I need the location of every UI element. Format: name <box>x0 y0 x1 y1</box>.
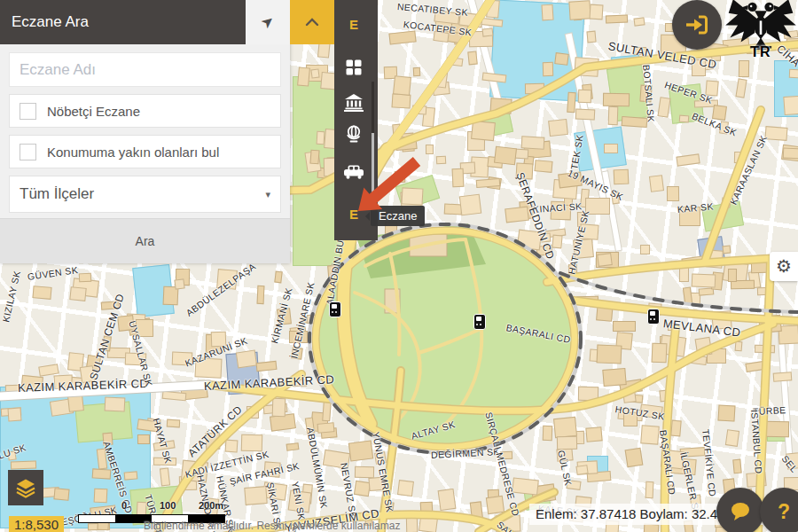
toolbar-item-categories[interactable] <box>334 59 373 80</box>
globe-icon <box>345 124 363 144</box>
map-disclaimer: Bilgilendirme amaçlıdır. Resmi işlemlerd… <box>144 520 400 532</box>
navigation-arrow-icon: ➤ <box>248 1 286 43</box>
layers-button[interactable] <box>8 470 43 505</box>
toolbar-scrollbar-thumb[interactable] <box>372 133 374 201</box>
pharmacy-name-input[interactable] <box>9 52 281 87</box>
chat-bubble-icon <box>729 501 752 522</box>
search-button[interactable]: Ara <box>0 218 290 263</box>
tram-station-icon <box>473 314 486 330</box>
gear-icon: ⚙ <box>776 256 792 276</box>
scale-ratio-label: 1:8,530 <box>9 516 64 532</box>
toolbar-item-city-guide[interactable] <box>334 124 373 147</box>
settings-button[interactable]: ⚙ <box>770 252 798 281</box>
on-duty-checkbox[interactable] <box>20 103 36 120</box>
pharmacy-letter-icon: E <box>349 17 358 32</box>
layers-icon <box>15 477 36 498</box>
district-select-value: Tüm İlçeler <box>20 185 94 203</box>
near-me-label: Konumuma yakın olanları bul <box>47 145 219 160</box>
municipality-logo: TR <box>720 0 798 66</box>
chevron-up-icon <box>305 18 319 27</box>
scale-tick-label: 200m <box>199 500 223 511</box>
near-me-checkbox[interactable] <box>20 144 36 160</box>
category-toolbar: E <box>334 0 378 240</box>
toolbar-item-transport[interactable] <box>334 165 373 183</box>
feedback-button[interactable] <box>716 488 764 532</box>
near-me-row[interactable]: Konumuma yakın olanları bul <box>9 135 281 168</box>
toolbar-item-pharmacy-top[interactable]: E <box>334 17 373 33</box>
panel-title: Eczane Ara <box>0 0 246 44</box>
pharmacy-tooltip: Eczane <box>371 206 425 226</box>
question-mark-icon: ? <box>778 500 790 524</box>
scale-tick-label: 100 <box>160 500 176 511</box>
pharmacy-search-panel: Eczane Ara ➤ Nöbetçi Eczane Konumuma yak… <box>0 0 290 262</box>
district-select[interactable]: Tüm İlçeler ▾ <box>9 176 281 213</box>
museum-icon <box>344 94 364 112</box>
help-button[interactable]: ? <box>760 488 798 532</box>
map-application: NECATIBEY SKKOCATEPE SKSULTAN VELED CDCİ… <box>0 0 798 532</box>
taxi-icon <box>343 165 364 179</box>
scale-tick-label: 0 <box>121 500 127 511</box>
chevron-down-icon: ▾ <box>265 189 270 200</box>
pharmacy-letter-icon-active: E <box>349 207 358 222</box>
login-icon <box>685 15 708 35</box>
on-duty-pharmacy-row[interactable]: Nöbetçi Eczane <box>9 94 281 128</box>
toolbar-item-museums[interactable] <box>334 94 373 115</box>
on-duty-label: Nöbetçi Eczane <box>47 104 140 119</box>
login-button[interactable] <box>672 0 722 50</box>
grid-icon <box>345 59 363 76</box>
collapse-panel-button[interactable] <box>290 0 334 44</box>
logo-tr-label: TR <box>720 44 798 60</box>
tram-station-icon <box>329 301 341 317</box>
locate-me-button[interactable]: ➤ <box>246 0 290 44</box>
tram-station-icon <box>647 309 660 325</box>
